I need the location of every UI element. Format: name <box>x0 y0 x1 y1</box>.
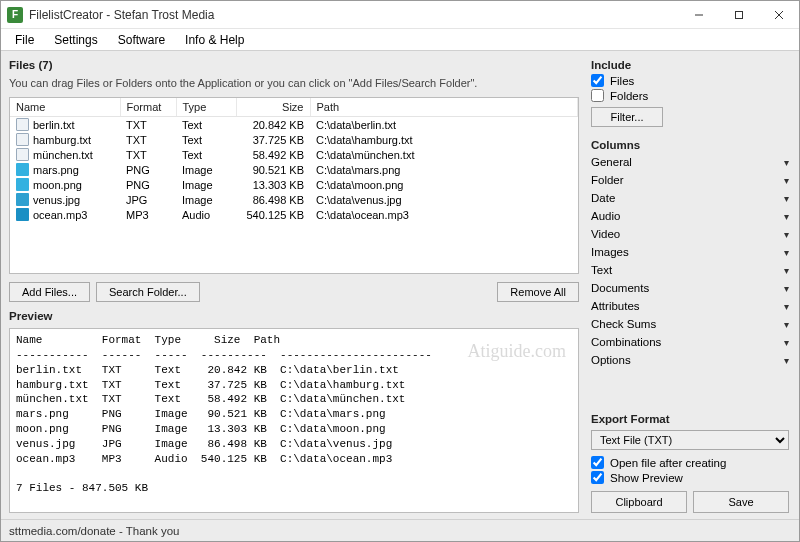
menu-file[interactable]: File <box>5 31 44 49</box>
chevron-down-icon: ▾ <box>784 301 789 312</box>
remove-all-button[interactable]: Remove All <box>497 282 579 302</box>
export-format-select[interactable]: Text File (TXT) <box>591 430 789 450</box>
columns-item[interactable]: Folder▾ <box>591 171 789 189</box>
columns-item-label: Images <box>591 246 629 258</box>
chevron-down-icon: ▾ <box>784 157 789 168</box>
columns-item-label: Attributes <box>591 300 640 312</box>
table-row[interactable]: berlin.txtTXTText20.842 KBC:\data\berlin… <box>10 117 578 133</box>
table-row[interactable]: moon.pngPNGImage13.303 KBC:\data\moon.pn… <box>10 177 578 192</box>
columns-item-label: Options <box>591 354 631 366</box>
columns-item-label: Documents <box>591 282 649 294</box>
file-icon <box>16 178 29 191</box>
open-after-checkbox[interactable] <box>591 456 604 469</box>
watermark: Atiguide.com <box>468 339 566 363</box>
files-grid[interactable]: Name Format Type Size Path berlin.txtTXT… <box>9 97 579 274</box>
chevron-down-icon: ▾ <box>784 283 789 294</box>
table-row[interactable]: mars.pngPNGImage90.521 KBC:\data\mars.pn… <box>10 162 578 177</box>
files-header: Files (7) <box>9 57 579 73</box>
close-button[interactable] <box>759 2 799 28</box>
file-icon <box>16 163 29 176</box>
search-folder-button[interactable]: Search Folder... <box>96 282 200 302</box>
include-folders-checkbox[interactable] <box>591 89 604 102</box>
add-files-button[interactable]: Add Files... <box>9 282 90 302</box>
columns-item-label: Check Sums <box>591 318 656 330</box>
include-header: Include <box>591 57 789 73</box>
save-button[interactable]: Save <box>693 491 789 513</box>
show-preview-checkbox[interactable] <box>591 471 604 484</box>
preview-box[interactable]: Atiguide.comName Format Type Size Path -… <box>9 328 579 513</box>
file-icon <box>16 148 29 161</box>
left-pane: Files (7) You can drag Files or Folders … <box>1 51 585 519</box>
include-folders-label: Folders <box>610 90 648 102</box>
include-folders-row[interactable]: Folders <box>591 88 789 103</box>
columns-item-label: Folder <box>591 174 624 186</box>
files-hint: You can drag Files or Folders onto the A… <box>9 77 579 93</box>
file-icon <box>16 193 29 206</box>
chevron-down-icon: ▾ <box>784 355 789 366</box>
clipboard-button[interactable]: Clipboard <box>591 491 687 513</box>
columns-item[interactable]: Audio▾ <box>591 207 789 225</box>
columns-item[interactable]: Video▾ <box>591 225 789 243</box>
col-format[interactable]: Format <box>120 98 176 117</box>
include-files-label: Files <box>610 75 634 87</box>
include-files-row[interactable]: Files <box>591 73 789 88</box>
columns-item[interactable]: Images▾ <box>591 243 789 261</box>
col-name[interactable]: Name <box>10 98 120 117</box>
svg-rect-1 <box>736 11 743 18</box>
columns-item-label: Video <box>591 228 620 240</box>
preview-text: Name Format Type Size Path ----------- -… <box>16 334 432 494</box>
columns-item[interactable]: Check Sums▾ <box>591 315 789 333</box>
columns-item-label: General <box>591 156 632 168</box>
open-after-row[interactable]: Open file after creating <box>591 455 789 470</box>
include-files-checkbox[interactable] <box>591 74 604 87</box>
open-after-label: Open file after creating <box>610 457 726 469</box>
show-preview-label: Show Preview <box>610 472 683 484</box>
show-preview-row[interactable]: Show Preview <box>591 470 789 485</box>
table-row[interactable]: venus.jpgJPGImage86.498 KBC:\data\venus.… <box>10 192 578 207</box>
columns-item[interactable]: General▾ <box>591 153 789 171</box>
columns-item[interactable]: Documents▾ <box>591 279 789 297</box>
window-title: FilelistCreator - Stefan Trost Media <box>29 8 214 22</box>
table-row[interactable]: ocean.mp3MP3Audio540.125 KBC:\data\ocean… <box>10 207 578 222</box>
chevron-down-icon: ▾ <box>784 175 789 186</box>
table-row[interactable]: hamburg.txtTXTText37.725 KBC:\data\hambu… <box>10 132 578 147</box>
chevron-down-icon: ▾ <box>784 337 789 348</box>
titlebar: F FilelistCreator - Stefan Trost Media <box>1 1 799 29</box>
columns-item-label: Text <box>591 264 612 276</box>
chevron-down-icon: ▾ <box>784 211 789 222</box>
menubar: File Settings Software Info & Help <box>1 29 799 51</box>
chevron-down-icon: ▾ <box>784 265 789 276</box>
columns-item[interactable]: Attributes▾ <box>591 297 789 315</box>
file-icon <box>16 208 29 221</box>
columns-list: General▾Folder▾Date▾Audio▾Video▾Images▾T… <box>591 153 789 411</box>
columns-item[interactable]: Date▾ <box>591 189 789 207</box>
col-type[interactable]: Type <box>176 98 236 117</box>
chevron-down-icon: ▾ <box>784 247 789 258</box>
table-row[interactable]: münchen.txtTXTText58.492 KBC:\data\münch… <box>10 147 578 162</box>
menu-info-help[interactable]: Info & Help <box>175 31 254 49</box>
chevron-down-icon: ▾ <box>784 229 789 240</box>
preview-header: Preview <box>9 308 579 324</box>
columns-item[interactable]: Options▾ <box>591 351 789 369</box>
chevron-down-icon: ▾ <box>784 319 789 330</box>
window-controls <box>679 2 799 28</box>
columns-header: Columns <box>591 137 789 153</box>
columns-item-label: Combinations <box>591 336 661 348</box>
menu-settings[interactable]: Settings <box>44 31 107 49</box>
app-icon: F <box>7 7 23 23</box>
filter-button[interactable]: Filter... <box>591 107 663 127</box>
columns-item[interactable]: Combinations▾ <box>591 333 789 351</box>
col-size[interactable]: Size <box>236 98 310 117</box>
file-icon <box>16 133 29 146</box>
columns-item-label: Date <box>591 192 615 204</box>
file-icon <box>16 118 29 131</box>
right-pane: Include Files Folders Filter... Columns … <box>585 51 799 519</box>
columns-item[interactable]: Text▾ <box>591 261 789 279</box>
columns-item-label: Audio <box>591 210 620 222</box>
statusbar: sttmedia.com/donate - Thank you <box>1 519 799 541</box>
maximize-button[interactable] <box>719 2 759 28</box>
menu-software[interactable]: Software <box>108 31 175 49</box>
minimize-button[interactable] <box>679 2 719 28</box>
chevron-down-icon: ▾ <box>784 193 789 204</box>
col-path[interactable]: Path <box>310 98 578 117</box>
